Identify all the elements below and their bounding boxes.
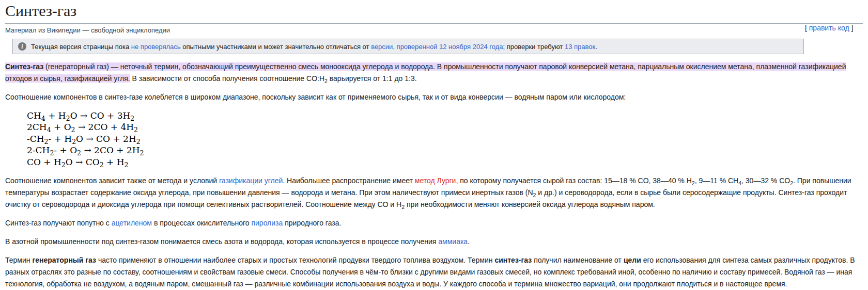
text-run: , 30—32 % CO	[741, 176, 790, 185]
paragraph: Синтез-газ получают попутно с ацетиленом…	[5, 217, 863, 229]
paragraph: Синтез-газ (генераторный газ) — неточный…	[5, 61, 863, 85]
text-run: синтез-газ	[494, 256, 532, 264]
text-run: 2	[66, 110, 70, 121]
text-run: 4	[41, 110, 45, 121]
site-tagline: Материал из Википедии — свободной энцикл…	[5, 26, 863, 34]
text-run: O → CO	[66, 157, 100, 167]
equation-line: CH4 + H2O → CO + 3H2	[27, 110, 863, 121]
text-run: Соотношение компонентов зависит также от…	[5, 176, 219, 185]
paragraph: Соотношение компонентов зависит также от…	[5, 175, 863, 211]
text-run: O → CO + 2H	[76, 134, 136, 144]
text-run: получил наименование от	[532, 256, 624, 264]
wiki-link[interactable]: 13 правок	[565, 43, 595, 51]
text-run: Синтез-газ	[5, 62, 43, 71]
equation-line: 2CH4 + O2 → 2CO + 4H2	[27, 121, 863, 133]
text-run: + H	[104, 157, 125, 167]
text-run: 2	[136, 134, 141, 144]
edit-link-bracket-open: [	[805, 24, 809, 32]
text-run: варьируется от 1:1 до 1:3.	[328, 74, 417, 83]
paragraph: В азотной промышленности под синтез-газо…	[5, 236, 863, 248]
text-run: , по которому получается сырой газ соста…	[456, 176, 691, 185]
text-run: + H	[45, 110, 66, 121]
text-run: - + O	[54, 145, 77, 155]
wiki-link[interactable]: не проверялась	[131, 43, 181, 51]
wiki-link[interactable]: пиролиза	[251, 219, 283, 227]
text-run: генераторный газ	[32, 256, 96, 264]
text-run: → 2CO + 4H	[75, 122, 134, 132]
text-run: CO + H	[27, 157, 61, 167]
text-run: + O	[51, 122, 71, 132]
banner-text: Текущая версия страницы пока не проверял…	[31, 43, 597, 51]
text-run: 2-CH	[27, 145, 50, 155]
equation-line: CO + H2O → CO2 + H2	[27, 156, 863, 168]
chemical-equations: CH4 + H2O → CO + 3H22CH4 + O2 → 2CO + 4H…	[27, 110, 863, 168]
text-run: Синтез-газ получают попутно с	[5, 219, 112, 227]
text-run: .	[595, 43, 597, 51]
edit-section-link-wrap: [ править код ]	[805, 24, 854, 32]
text-run: 2	[100, 157, 104, 167]
edit-link-bracket-close: ]	[849, 24, 854, 32]
paragraph: Соотношение компонентов в синтез-газе ко…	[5, 91, 863, 103]
equation-line: -CH2- + H2O → CO + 2H2	[27, 133, 863, 144]
text-run: 2	[61, 157, 66, 167]
wiki-link[interactable]: ацетиленом	[112, 219, 152, 227]
text-run: В зависимости от способа получения соотн…	[130, 74, 324, 83]
text-run: Термин	[5, 256, 32, 264]
text-run: - + H	[49, 134, 72, 144]
text-run: 2	[44, 134, 49, 144]
wiki-link[interactable]: газификации углей	[219, 176, 283, 185]
page-title: Синтез-газ	[5, 1, 863, 24]
text-run: 2	[134, 122, 138, 132]
text-run: опытными участниками и может значительно…	[181, 43, 371, 51]
text-run: O → CO + 3H	[70, 110, 131, 121]
article-body: Синтез-газ (генераторный газ) — неточный…	[5, 61, 863, 290]
text-run: 2	[130, 110, 134, 121]
text-run: Соотношение компонентов в синтез-газе ко…	[5, 93, 626, 101]
flagged-revisions-banner: i Текущая версия страницы пока не провер…	[12, 39, 804, 54]
text-run: . Наибольшее распространение имеет	[283, 176, 414, 185]
text-run: .	[468, 237, 470, 246]
text-run: ; проверки требуют	[503, 43, 564, 51]
text-run: → 2CO + 2H	[81, 145, 140, 155]
text-run: 2CH	[27, 122, 47, 132]
text-run: Текущая версия страницы пока	[31, 43, 131, 51]
paragraph: Термин генераторный газ часто применяют …	[5, 254, 863, 290]
text-run: при необходимости меняют конверсией окси…	[405, 200, 655, 208]
text-run: -CH	[27, 134, 44, 144]
wiki-link[interactable]: аммиака	[438, 237, 468, 246]
info-icon: i	[18, 42, 26, 51]
text-run: , 9—11 % CH	[695, 176, 739, 185]
wiki-link[interactable]: версии, проверенной 12 ноября 2024 года	[371, 43, 503, 51]
text-run: 4	[47, 122, 51, 132]
text-run: в процессах окислительного	[152, 219, 251, 227]
equation-line: 2-CH2- + O2 → 2CO + 2H2	[27, 144, 863, 156]
red-link[interactable]: метод Лурги	[415, 176, 456, 185]
text-run: цели	[624, 256, 641, 264]
text-run: часто применяют в отношении наиболее ста…	[96, 256, 494, 264]
text-run: природного газа.	[283, 219, 341, 227]
text-run: CH	[27, 110, 41, 121]
text-run: В азотной промышленности под синтез-газо…	[5, 237, 438, 246]
text-run: 2	[125, 157, 129, 167]
text-run: 2	[77, 145, 81, 155]
text-run: 2	[71, 122, 75, 132]
text-run: 2	[140, 145, 144, 155]
article-page: Синтез-газ Материал из Википедии — свобо…	[0, 0, 868, 290]
edit-code-link[interactable]: править код	[809, 24, 849, 32]
text-run: 2	[72, 134, 76, 144]
